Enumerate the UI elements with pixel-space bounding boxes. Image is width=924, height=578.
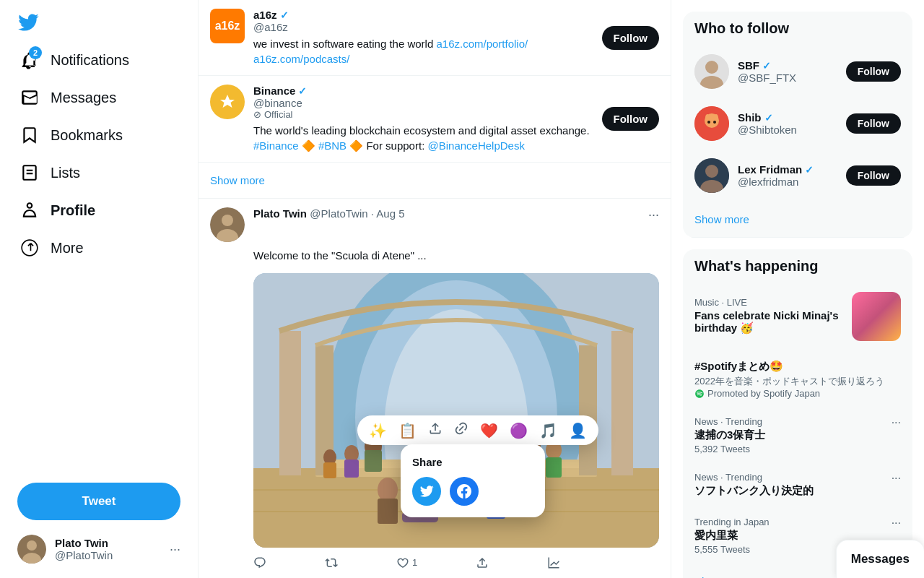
sidebar-item-notifications[interactable]: 2 Notifications	[9, 42, 189, 78]
music-icon[interactable]: 🎵	[539, 422, 557, 439]
analytics-action[interactable]	[547, 556, 560, 569]
news1-more-button[interactable]: ···	[892, 416, 901, 429]
binance-bio: The world's leading blockchain ecosystem…	[253, 123, 593, 153]
more-icon	[20, 238, 39, 257]
share-social-buttons	[412, 477, 533, 506]
sbf-verified-icon: ✓	[762, 60, 771, 72]
sidebar-item-profile[interactable]: Profile	[9, 192, 189, 228]
svg-rect-17	[279, 331, 301, 475]
sidebar: 2 Notifications Messages Bookmarks Lists	[0, 0, 199, 578]
share-facebook-button[interactable]	[450, 477, 479, 506]
share-twitter-button[interactable]	[412, 477, 441, 506]
follow-item-sbf[interactable]: SBF ✓ @SBF_FTX Follow	[683, 46, 912, 98]
spotify-promoted: Promoted by Spotify Japan	[694, 388, 901, 399]
trending-news1-wrapper: News · Trending 逮捕の3保育士 5,392 Tweets ···	[683, 407, 912, 463]
messages-floating[interactable]: Messages	[836, 540, 924, 578]
follow-item-lex[interactable]: Lex Fridman ✓ @lexfridman Follow	[683, 150, 912, 202]
heart-icon[interactable]: ❤️	[480, 422, 498, 439]
reply-action[interactable]	[253, 556, 266, 569]
sidebar-item-more[interactable]: More	[9, 230, 189, 266]
like-action[interactable]: 1	[396, 556, 417, 569]
tweet-username: Plato Twin	[253, 207, 307, 220]
sidebar-nav: 2 Notifications Messages Bookmarks Lists	[9, 42, 189, 471]
notifications-label: Notifications	[51, 52, 129, 69]
follow-item-shib[interactable]: Shib ✓ @Shibtoken Follow	[683, 98, 912, 150]
who-to-follow-section: Who to follow SBF ✓ @SBF_FTX Follow	[683, 12, 912, 238]
lists-label: Lists	[51, 165, 80, 181]
main-feed: a16z a16z ✓ @a16z we invest in software …	[199, 0, 671, 578]
more-label: More	[51, 240, 84, 256]
user-handle: @PlatoTwin	[55, 549, 161, 561]
tweet-container: Plato Twin @PlatoTwin · Aug 5 ··· Welcom…	[199, 199, 671, 578]
svg-point-35	[378, 478, 398, 502]
binance-support[interactable]: @BinanceHelpDesk	[427, 139, 524, 152]
trending-nicki[interactable]: Music · LIVE Fans celebrate Nicki Minaj'…	[683, 283, 912, 350]
share-popup: Share	[401, 444, 545, 517]
trending-news2[interactable]: News · Trending ソフトバンク入り決定的	[683, 463, 912, 508]
svg-rect-34	[546, 457, 562, 478]
bnb-tag[interactable]: #BNB	[318, 139, 346, 152]
a16z-handle: @a16z	[253, 21, 593, 33]
sbf-follow-button[interactable]: Follow	[846, 61, 901, 82]
a16z-name: a16z ✓	[253, 9, 593, 21]
binance-tag[interactable]: #Binance	[253, 139, 299, 152]
retweet-action[interactable]	[325, 556, 338, 569]
a16z-follow-button[interactable]: Follow	[602, 26, 660, 50]
tweet-handle: @PlatoTwin ·	[310, 207, 376, 220]
news1-count: 5,392 Tweets	[694, 444, 901, 454]
sidebar-item-lists[interactable]: Lists	[9, 155, 189, 191]
whats-happening-section: What's happening Music · LIVE Fans celeb…	[683, 249, 912, 578]
verified-icon: ✓	[298, 85, 307, 97]
news1-title: 逮捕の3保育士	[694, 428, 901, 442]
svg-rect-22	[365, 450, 382, 472]
svg-point-51	[705, 165, 718, 178]
trending-spotify[interactable]: #Spotifyまとめ🤩 2022年を音楽・ポッドキャストで振り返ろう Prom…	[683, 350, 912, 407]
suggestions-show-more[interactable]: Show more	[199, 163, 671, 199]
sidebar-user[interactable]: Plato Twin @PlatoTwin ···	[9, 526, 189, 572]
tweet-user-info: Plato Twin @PlatoTwin · Aug 5	[253, 207, 640, 220]
a16z-link1[interactable]: a16z.com/portfolio/	[436, 38, 528, 50]
add-person-icon[interactable]: 👤	[569, 422, 587, 439]
messages-label: Messages	[51, 90, 116, 106]
news2-more-button[interactable]: ···	[892, 472, 901, 485]
sbf-handle: @SBF_FTX	[738, 72, 837, 84]
share-action[interactable]	[476, 556, 489, 569]
share-title: Share	[412, 456, 533, 468]
person-icon	[20, 201, 39, 220]
sbf-info: SBF ✓ @SBF_FTX	[738, 59, 837, 84]
tweet-date: Aug 5	[376, 207, 404, 220]
binance-follow-button[interactable]: Follow	[602, 107, 660, 131]
purple-circle-icon[interactable]: 🟣	[510, 422, 528, 439]
bookmark-icon	[20, 126, 39, 144]
a16z-avatar: a16z	[210, 9, 245, 43]
external-link-icon[interactable]	[454, 421, 468, 439]
lex-name: Lex Fridman ✓	[738, 163, 837, 176]
lex-verified-icon: ✓	[805, 164, 814, 176]
tweet-actions: 1	[253, 556, 560, 569]
spotify-subtitle: 2022年を音楽・ポッドキャストで振り返ろう	[694, 375, 901, 388]
shib-follow-button[interactable]: Follow	[846, 113, 901, 134]
shib-avatar	[694, 106, 729, 141]
emoji-toolbar-popup: ✨ 📋 ❤️ 🟣 🎵 👤	[357, 415, 598, 445]
lex-follow-button[interactable]: Follow	[846, 165, 901, 186]
who-to-follow-show-more[interactable]: Show more	[683, 202, 912, 238]
trending-news1[interactable]: News · Trending 逮捕の3保育士 5,392 Tweets	[683, 407, 912, 463]
shib-info: Shib ✓ @Shibtoken	[738, 111, 837, 136]
user-menu-dots[interactable]: ···	[170, 542, 180, 557]
sidebar-item-bookmarks[interactable]: Bookmarks	[9, 117, 189, 153]
news3-more-button[interactable]: ···	[892, 517, 901, 530]
share-icon[interactable]	[428, 421, 443, 439]
news2-title: ソフトバンク入り決定的	[694, 484, 901, 498]
tweet-more-options[interactable]: ···	[648, 207, 659, 223]
tweet-button[interactable]: Tweet	[17, 483, 180, 520]
svg-point-42	[705, 61, 718, 74]
binance-info: Binance ✓ @binance ⊘ Official The world'…	[253, 85, 593, 153]
sidebar-item-messages[interactable]: Messages	[9, 79, 189, 116]
news1-category: News · Trending	[694, 416, 901, 427]
copy-icon[interactable]: 📋	[398, 422, 417, 439]
a16z-link2[interactable]: a16z.com/podcasts/	[253, 53, 349, 65]
svg-rect-26	[323, 462, 336, 478]
like-count: 1	[412, 557, 417, 568]
sparkle-icon[interactable]: ✨	[369, 422, 387, 439]
shib-handle: @Shibtoken	[738, 124, 837, 136]
